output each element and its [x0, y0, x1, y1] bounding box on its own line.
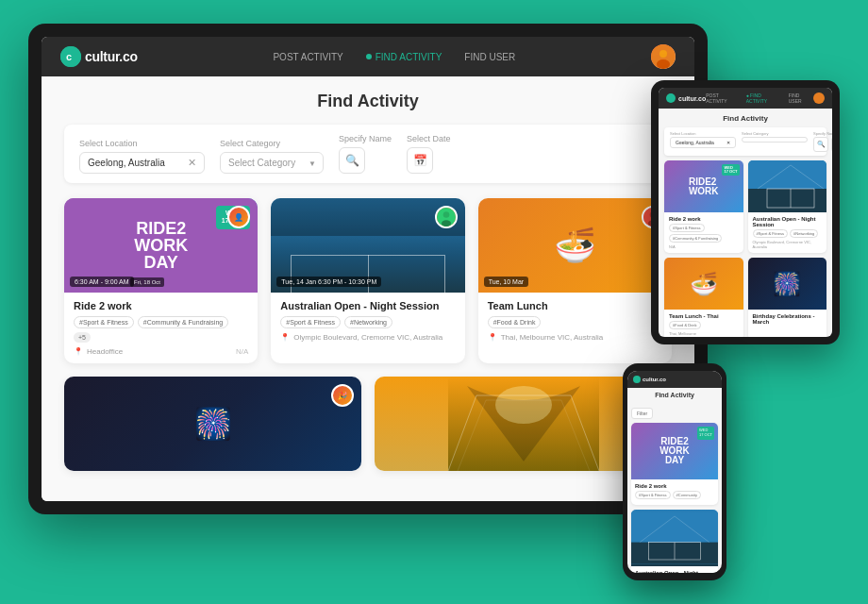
tablet-location-input[interactable]: Geelong, Australia ✕: [670, 137, 736, 148]
card-ride2work-body: Ride 2 work #Sport & Fitness #Community …: [64, 293, 258, 363]
tablet-card-food-image: 🍜: [664, 258, 743, 310]
tablet-card-ride[interactable]: RIDE2WORK WED17 OCT Ride 2 work #Sport &…: [664, 160, 743, 253]
svg-rect-14: [748, 189, 827, 212]
location-input-wrap[interactable]: ✕: [79, 152, 205, 174]
nav-links: POST ACTIVITY FIND ACTIVITY FIND USER: [273, 52, 515, 62]
calendar-button[interactable]: 📅: [407, 147, 433, 174]
phone-logo-text: cultur.co: [643, 377, 666, 382]
tablet-tag-sport: #Sport & Fitness: [669, 224, 705, 232]
name-field: Specify Name 🔍: [339, 134, 392, 174]
tablet-card-ride-title: Ride 2 work: [669, 216, 739, 222]
tablet-cards-grid: RIDE2WORK WED17 OCT Ride 2 work #Sport &…: [664, 160, 826, 337]
location-input[interactable]: [88, 158, 182, 168]
nav-find-activity[interactable]: FIND ACTIVITY: [366, 52, 442, 62]
tablet-card-food-body: Team Lunch - Thai #Food & Drink Thai, Me…: [664, 310, 743, 337]
tablet-content: Find Activity Select Location Geelong, A…: [659, 109, 832, 337]
search-button[interactable]: 🔍: [339, 147, 365, 174]
card-food-tags: #Food & Drink: [488, 316, 662, 328]
svg-point-4: [657, 59, 670, 69]
tablet-logo-text: cultur.co: [678, 95, 706, 102]
tablet-logo-icon: [666, 93, 676, 103]
stadium-lines: [291, 255, 445, 293]
card-tennis-image: Tue, 14 Jan 6:30 PM - 10:30 PM: [271, 198, 464, 293]
location-label: Select Location: [79, 139, 205, 148]
card-food[interactable]: 🍜 Tue, 10 Mar Team Lunch: [478, 198, 672, 363]
phone-filter-button[interactable]: Filter: [631, 408, 653, 419]
nav-find-user[interactable]: FIND USER: [464, 52, 515, 62]
avatar[interactable]: [651, 44, 676, 69]
phone-card-ride-image: RIDE2WORKDAY WED17 OCT: [631, 423, 718, 479]
card-ride2work-image: RIDE2WORKDAY WED17 OCT 6:30 AM - 9:00 AM…: [64, 198, 258, 293]
location-icon: 📍: [74, 347, 83, 356]
tablet-tag-community: #Community & Fundraising: [669, 234, 722, 243]
date-field: Select Date 📅: [407, 134, 451, 174]
phone-card-ride[interactable]: RIDE2WORKDAY WED17 OCT Ride 2 work #Spor…: [631, 423, 718, 505]
phone-tag-community: #Community: [673, 491, 701, 499]
main-content: Find Activity Select Location ✕ Select C…: [42, 76, 694, 501]
tablet-navbar: cultur.co POST ACTIVITY ● FIND ACTIVITY …: [659, 88, 832, 109]
phone-ride-badge: WED17 OCT: [697, 427, 714, 440]
tablet-card-tennis-image: [748, 160, 827, 212]
tablet-search-button[interactable]: 🔍: [813, 137, 828, 152]
phone-ride-text: RIDE2WORKDAY: [659, 437, 690, 465]
tablet-name-field: Specify Name 🔍 📅: [813, 131, 832, 152]
tablet-category-field: Select Category: [742, 131, 808, 152]
tablet-avatar[interactable]: [813, 92, 825, 104]
tablet-card-food-tags: #Food & Drink: [669, 321, 739, 329]
tablet-nav-find[interactable]: ● FIND ACTIVITY: [746, 92, 783, 104]
tablet-search: Select Location Geelong, Australia ✕ Sel…: [664, 127, 826, 156]
nav-post-activity[interactable]: POST ACTIVITY: [273, 52, 342, 62]
tablet-card-tennis-tags: #Sport & Fitness #Networking: [753, 229, 823, 238]
phone-card-tennis-body: Australian Open - Night Session #Sport &…: [631, 566, 718, 573]
tablet-card-tennis[interactable]: Australian Open - Night Session #Sport &…: [748, 160, 827, 253]
card-food-body: Team Lunch #Food & Drink 📍 Thai, Melbour…: [478, 293, 672, 349]
tablet-category-input[interactable]: [742, 137, 808, 143]
category-select-wrap[interactable]: Select Category ▼: [220, 152, 324, 174]
card-tennis[interactable]: Tue, 14 Jan 6:30 PM - 10:30 PM Austral: [271, 198, 464, 363]
tablet-logo: cultur.co: [666, 93, 706, 103]
tablet-category-label: Select Category: [742, 131, 808, 136]
svg-point-6: [442, 211, 449, 218]
tablet-clear-icon[interactable]: ✕: [726, 140, 730, 145]
tablet-nav-user[interactable]: FIND USER: [789, 92, 813, 104]
tablet-location-label: Select Location: [670, 131, 736, 136]
tablet-nav-post[interactable]: POST ACTIVITY: [706, 92, 741, 104]
tablet-card-ride-image: RIDE2WORK WED17 OCT: [664, 160, 743, 212]
svg-point-3: [659, 50, 667, 58]
clear-location-button[interactable]: ✕: [188, 157, 196, 169]
tablet-card-food[interactable]: 🍜 Team Lunch - Thai #Food & Drink Thai, …: [664, 258, 743, 337]
tablet-card-ride-location: N/A: [669, 244, 739, 249]
tablet-card-firework-image: 🎆: [748, 258, 827, 310]
tag-community: #Community & Fundraising: [138, 316, 228, 328]
svg-point-7: [442, 220, 451, 226]
page-title: Find Activity: [64, 92, 672, 111]
navbar: c cultur.co POST ACTIVITY FIND ACTIVITY …: [42, 37, 694, 76]
bottom-cards-grid: 🎆 🎉: [64, 377, 672, 471]
tag-food-drink: #Food & Drink: [488, 316, 542, 328]
tablet-title: Find Activity: [664, 114, 826, 123]
card-tennis-title: Australian Open - Night Session: [280, 300, 455, 311]
firework-user-avatar: 🎉: [331, 384, 354, 407]
location-field: Select Location ✕: [79, 139, 205, 174]
tablet-calendar-button[interactable]: 📅: [831, 137, 832, 152]
card-ride2work-price: N/A: [236, 347, 248, 356]
card-ride2work[interactable]: RIDE2WORKDAY WED17 OCT 6:30 AM - 9:00 AM…: [64, 198, 258, 363]
category-select[interactable]: Select Category: [220, 152, 324, 174]
phone-navbar: cultur.co: [627, 371, 722, 388]
monitor-screen: c cultur.co POST ACTIVITY FIND ACTIVITY …: [42, 37, 694, 501]
category-label: Select Category: [220, 139, 324, 148]
tablet-ride-badge: WED17 OCT: [722, 164, 739, 176]
phone-cards: RIDE2WORKDAY WED17 OCT Ride 2 work #Spor…: [631, 423, 718, 573]
tennis-location-icon: 📍: [280, 333, 290, 342]
date-label: Select Date: [407, 134, 451, 143]
stadium-center-line: [368, 255, 369, 293]
tag-tennis-sport: #Sport & Fitness: [280, 316, 341, 328]
tag-tennis-networking: #Networking: [344, 316, 392, 328]
phone-page-title: Find Activity: [631, 392, 718, 398]
card-firework[interactable]: 🎆 🎉: [64, 377, 361, 471]
tablet-tag-networking: #Networking: [790, 229, 818, 238]
tablet-screen: cultur.co POST ACTIVITY ● FIND ACTIVITY …: [659, 88, 832, 337]
tablet-card-firework[interactable]: 🎆 Birthday Celebrations - March: [748, 258, 827, 337]
phone-card-tennis[interactable]: Australian Open - Night Session #Sport &…: [631, 510, 718, 573]
tablet-tag-tennis-sport: #Sport & Fitness: [753, 229, 789, 238]
